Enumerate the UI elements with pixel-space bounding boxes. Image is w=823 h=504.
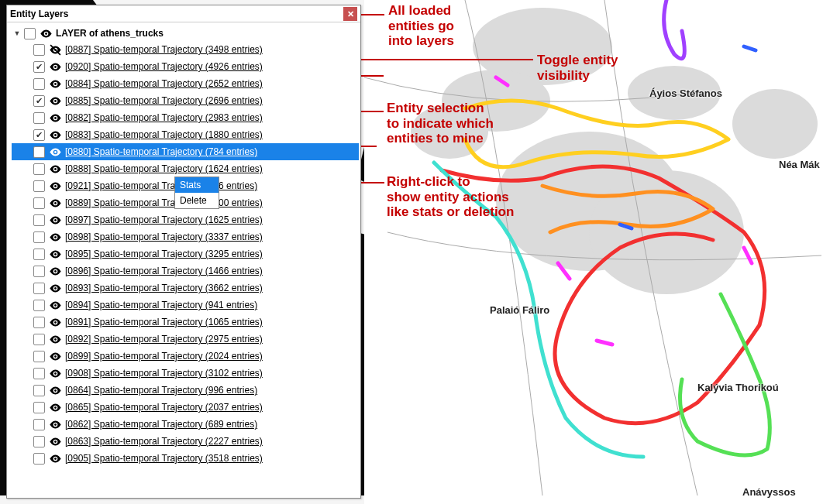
entity-checkbox[interactable] [33, 146, 45, 158]
entity-checkbox[interactable] [33, 368, 45, 379]
eye-icon[interactable] [48, 60, 62, 74]
entity-checkbox[interactable] [33, 453, 45, 465]
entity-row[interactable]: [0892] Spatio-temporal Trajectory (2975 … [12, 331, 359, 348]
entity-checkbox[interactable] [33, 283, 45, 294]
entity-checkbox[interactable] [33, 61, 45, 73]
eye-icon[interactable] [48, 315, 62, 329]
entity-checkbox[interactable] [33, 129, 45, 141]
eye-icon[interactable] [48, 162, 62, 176]
eye-icon[interactable] [48, 366, 62, 380]
eye-icon[interactable] [48, 77, 62, 91]
entity-checkbox[interactable] [33, 78, 45, 90]
eye-icon[interactable] [48, 230, 62, 244]
entity-row[interactable]: [0864] Spatio-temporal Trajectory (996 e… [12, 382, 359, 399]
entity-label[interactable]: [0921] Spatio-temporal Trajectory (576 e… [65, 180, 257, 191]
eye-off-icon[interactable] [48, 43, 62, 57]
entity-row[interactable]: [0920] Spatio-temporal Trajectory (4926 … [12, 58, 359, 75]
eye-icon[interactable] [48, 434, 62, 448]
entity-label[interactable]: [0880] Spatio-temporal Trajectory (784 e… [65, 146, 257, 157]
entity-row[interactable]: [0898] Spatio-temporal Trajectory (3337 … [12, 228, 359, 245]
ctx-stats[interactable]: Stats [175, 177, 219, 193]
eye-icon[interactable] [39, 26, 53, 40]
entity-checkbox[interactable] [33, 214, 45, 226]
entity-row[interactable]: [0905] Spatio-temporal Trajectory (3518 … [12, 450, 359, 467]
eye-icon[interactable] [48, 247, 62, 261]
entity-label[interactable]: [0894] Spatio-temporal Trajectory (941 e… [65, 300, 257, 310]
entity-label[interactable]: [0882] Spatio-temporal Trajectory (2983 … [65, 112, 263, 123]
entity-checkbox[interactable] [33, 180, 45, 192]
entity-label[interactable]: [0893] Spatio-temporal Trajectory (3662 … [65, 283, 263, 293]
entity-checkbox[interactable] [33, 300, 45, 311]
entity-checkbox[interactable] [33, 95, 45, 107]
entity-checkbox[interactable] [33, 249, 45, 260]
entity-row[interactable]: [0865] Spatio-temporal Trajectory (2037 … [12, 399, 359, 416]
eye-icon[interactable] [48, 213, 62, 227]
entity-label[interactable]: [0892] Spatio-temporal Trajectory (2975 … [65, 334, 263, 345]
entity-checkbox[interactable] [33, 112, 45, 124]
entity-checkbox[interactable] [33, 419, 45, 430]
entity-row[interactable]: [0880] Spatio-temporal Trajectory (784 e… [12, 143, 359, 160]
layer-checkbox[interactable] [24, 28, 36, 39]
entity-row[interactable]: [0895] Spatio-temporal Trajectory (3295 … [12, 245, 359, 262]
entity-label[interactable]: [0908] Spatio-temporal Trajectory (3102 … [65, 368, 263, 379]
entity-row[interactable]: [0894] Spatio-temporal Trajectory (941 e… [12, 297, 359, 314]
entity-row[interactable]: [0908] Spatio-temporal Trajectory (3102 … [12, 365, 359, 382]
entity-row[interactable]: [0893] Spatio-temporal Trajectory (3662 … [12, 279, 359, 297]
entity-row[interactable]: [0897] Spatio-temporal Trajectory (1625 … [12, 211, 359, 228]
panel-body[interactable]: ▼ LAYER of athens_trucks [0887] Spatio-t… [7, 22, 360, 498]
entity-label[interactable]: [0896] Spatio-temporal Trajectory (1466 … [65, 266, 263, 276]
entity-row[interactable]: [0899] Spatio-temporal Trajectory (2024 … [12, 348, 359, 365]
eye-icon[interactable] [48, 281, 62, 295]
entity-row[interactable]: [0885] Spatio-temporal Trajectory (2696 … [12, 92, 359, 109]
entity-label[interactable]: [0920] Spatio-temporal Trajectory (4926 … [65, 61, 263, 72]
eye-icon[interactable] [48, 451, 62, 465]
eye-icon[interactable] [48, 417, 62, 431]
entity-row[interactable]: [0896] Spatio-temporal Trajectory (1466 … [12, 262, 359, 279]
eye-icon[interactable] [48, 349, 62, 363]
entity-checkbox[interactable] [33, 44, 45, 56]
eye-icon[interactable] [48, 383, 62, 397]
eye-icon[interactable] [48, 128, 62, 142]
entity-label[interactable]: [0889] Spatio-temporal Trajectory (1100 … [65, 197, 263, 208]
eye-icon[interactable] [48, 179, 62, 193]
entity-label[interactable]: [0897] Spatio-temporal Trajectory (1625 … [65, 214, 263, 225]
eye-icon[interactable] [48, 400, 62, 414]
entity-label[interactable]: [0888] Spatio-temporal Trajectory (1624 … [65, 163, 263, 174]
eye-icon[interactable] [48, 264, 62, 278]
entity-label[interactable]: [0863] Spatio-temporal Trajectory (2227 … [65, 436, 263, 447]
entity-label[interactable]: [0899] Spatio-temporal Trajectory (2024 … [65, 351, 263, 362]
eye-icon[interactable] [48, 332, 62, 346]
expand-icon[interactable]: ▼ [13, 29, 21, 37]
entity-label[interactable]: [0887] Spatio-temporal Trajectory (3498 … [65, 44, 263, 55]
entity-row[interactable]: [0862] Spatio-temporal Trajectory (689 e… [12, 416, 359, 433]
entity-label[interactable]: [0865] Spatio-temporal Trajectory (2037 … [65, 402, 263, 413]
layer-row[interactable]: ▼ LAYER of athens_trucks [12, 26, 359, 41]
entity-checkbox[interactable] [33, 317, 45, 328]
entity-checkbox[interactable] [33, 231, 45, 243]
eye-icon[interactable] [48, 111, 62, 125]
entity-row[interactable]: [0888] Spatio-temporal Trajectory (1624 … [12, 160, 359, 177]
entity-row[interactable]: [0884] Spatio-temporal Trajectory (2652 … [12, 75, 359, 92]
entity-checkbox[interactable] [33, 351, 45, 362]
entity-checkbox[interactable] [33, 163, 45, 175]
entity-checkbox[interactable] [33, 197, 45, 209]
entity-row[interactable]: [0891] Spatio-temporal Trajectory (1065 … [12, 314, 359, 331]
eye-icon[interactable] [48, 145, 62, 159]
entity-checkbox[interactable] [33, 334, 45, 345]
entity-label[interactable]: [0884] Spatio-temporal Trajectory (2652 … [65, 78, 263, 89]
entity-checkbox[interactable] [33, 385, 45, 396]
entity-row[interactable]: [0882] Spatio-temporal Trajectory (2983 … [12, 109, 359, 126]
entity-label[interactable]: [0862] Spatio-temporal Trajectory (689 e… [65, 419, 257, 430]
entity-label[interactable]: [0905] Spatio-temporal Trajectory (3518 … [65, 453, 263, 464]
entity-row[interactable]: [0887] Spatio-temporal Trajectory (3498 … [12, 41, 359, 58]
entity-row[interactable]: [0863] Spatio-temporal Trajectory (2227 … [12, 433, 359, 450]
entity-label[interactable]: [0883] Spatio-temporal Trajectory (1880 … [65, 129, 263, 140]
entity-checkbox[interactable] [33, 266, 45, 277]
eye-icon[interactable] [48, 298, 62, 312]
entity-label[interactable]: [0895] Spatio-temporal Trajectory (3295 … [65, 249, 263, 259]
entity-checkbox[interactable] [33, 436, 45, 447]
ctx-delete[interactable]: Delete [175, 193, 219, 208]
entity-row[interactable]: [0883] Spatio-temporal Trajectory (1880 … [12, 126, 359, 143]
entity-checkbox[interactable] [33, 402, 45, 413]
entity-label[interactable]: [0891] Spatio-temporal Trajectory (1065 … [65, 317, 263, 327]
